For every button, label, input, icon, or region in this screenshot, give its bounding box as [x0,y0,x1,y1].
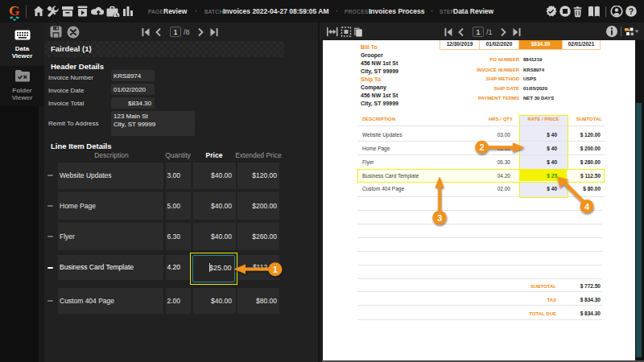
svg-text:G: G [9,2,20,19]
svg-text:?: ? [629,6,634,16]
